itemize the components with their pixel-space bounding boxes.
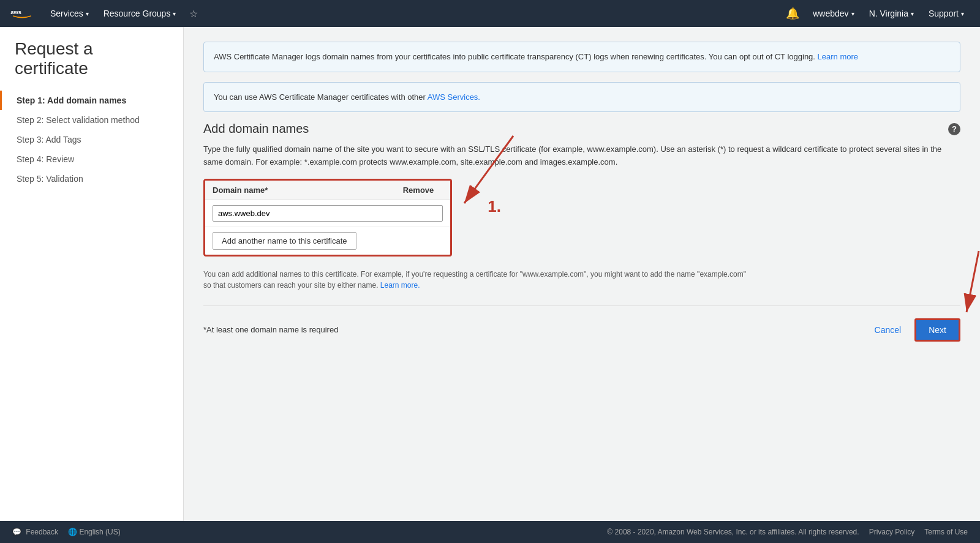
main-content: AWS Certificate Manager logs domain name…: [184, 27, 980, 521]
action-buttons: Cancel Next 2.: [869, 318, 960, 342]
svg-text:aws: aws: [10, 9, 21, 15]
section-description: Type the fully qualified domain name of …: [203, 143, 960, 169]
section-title: Add domain names: [203, 122, 309, 136]
additional-learn-more-link[interactable]: Learn more.: [380, 281, 420, 290]
nav-items: Services ▾ Resource Groups ▾ ☆: [44, 6, 781, 22]
services-nav[interactable]: Services ▾: [44, 6, 95, 21]
next-button[interactable]: Next: [914, 318, 960, 342]
privacy-policy-link[interactable]: Privacy Policy: [869, 528, 915, 536]
resource-groups-chevron-icon: ▾: [173, 10, 176, 17]
add-name-row: Add another name to this certificate: [205, 227, 450, 255]
feedback-button[interactable]: 💬 Feedback: [12, 528, 58, 536]
action-row: *At least one domain name is required Ca…: [203, 305, 960, 348]
resource-groups-nav[interactable]: Resource Groups ▾: [97, 6, 183, 21]
required-note: *At least one domain name is required: [203, 325, 338, 334]
language-selector[interactable]: 🌐 English (US): [68, 528, 121, 536]
ct-log-alert: AWS Certificate Manager logs domain name…: [203, 42, 960, 72]
col-domain-header: Domain name*: [213, 185, 394, 195]
favorites-icon[interactable]: ☆: [184, 6, 203, 22]
domain-name-input[interactable]: [213, 205, 443, 222]
feedback-icon: 💬: [12, 528, 21, 536]
col-remove-header: Remove: [394, 185, 443, 195]
svg-line-4: [967, 251, 979, 312]
domain-table-wrapper: Domain name* Remove Add another name to …: [203, 179, 452, 257]
sidebar: Request a certificate Step 1: Add domain…: [0, 27, 184, 521]
support-chevron-icon: ▾: [961, 10, 964, 17]
globe-icon: 🌐: [68, 528, 77, 536]
user-chevron-icon: ▾: [851, 10, 854, 17]
aws-logo[interactable]: aws: [10, 6, 34, 21]
sidebar-step-1[interactable]: Step 1: Add domain names: [0, 91, 183, 110]
copyright-text: © 2008 - 2020, Amazon Web Services, Inc.…: [607, 528, 859, 536]
add-another-name-button[interactable]: Add another name to this certificate: [213, 232, 356, 250]
user-menu[interactable]: wwebdev ▾: [807, 6, 860, 21]
region-label: N. Virginia: [869, 9, 908, 18]
resource-groups-label: Resource Groups: [104, 9, 171, 18]
nav-right: 🔔 wwebdev ▾ N. Virginia ▾ Support ▾: [781, 4, 970, 23]
top-navigation: aws Services ▾ Resource Groups ▾ ☆ 🔔 wwe…: [0, 0, 980, 27]
section-header: Add domain names ?: [203, 122, 960, 136]
user-label: wwebdev: [813, 9, 848, 18]
support-menu[interactable]: Support ▾: [922, 6, 970, 21]
main-layout: Request a certificate Step 1: Add domain…: [0, 27, 980, 521]
ct-log-text: AWS Certificate Manager logs domain name…: [214, 52, 815, 61]
domain-table: Domain name* Remove Add another name to …: [205, 181, 450, 255]
page-title: Request a certificate: [0, 39, 183, 91]
region-menu[interactable]: N. Virginia ▾: [863, 6, 920, 21]
sidebar-step-4[interactable]: Step 4: Review: [0, 149, 183, 169]
sidebar-step-2[interactable]: Step 2: Select validation method: [0, 110, 183, 130]
footer: 💬 Feedback 🌐 English (US) © 2008 - 2020,…: [0, 521, 980, 543]
annotation-2-arrow: [948, 245, 980, 324]
region-chevron-icon: ▾: [911, 10, 914, 17]
sidebar-step-5[interactable]: Step 5: Validation: [0, 169, 183, 189]
support-label: Support: [929, 9, 959, 18]
terms-of-use-link[interactable]: Terms of Use: [924, 528, 968, 536]
footer-right: © 2008 - 2020, Amazon Web Services, Inc.…: [607, 528, 968, 536]
annotation-1-label: 1.: [488, 197, 501, 216]
sidebar-step-3[interactable]: Step 3: Add Tags: [0, 130, 183, 149]
aws-services-text: You can use AWS Certificate Manager cert…: [214, 92, 426, 102]
cancel-button[interactable]: Cancel: [869, 321, 908, 339]
aws-services-link[interactable]: AWS Services.: [428, 92, 480, 102]
ct-learn-more-link[interactable]: Learn more: [818, 52, 858, 61]
domain-table-header: Domain name* Remove: [205, 181, 450, 200]
services-label: Services: [50, 9, 83, 18]
help-icon[interactable]: ?: [948, 123, 960, 135]
services-chevron-icon: ▾: [86, 10, 89, 17]
additional-description: You can add additional names to this cer…: [203, 269, 755, 291]
domain-table-row: [205, 200, 450, 227]
footer-left: 💬 Feedback 🌐 English (US): [12, 528, 121, 536]
notifications-bell-icon[interactable]: 🔔: [781, 4, 804, 23]
aws-services-alert: You can use AWS Certificate Manager cert…: [203, 82, 960, 113]
